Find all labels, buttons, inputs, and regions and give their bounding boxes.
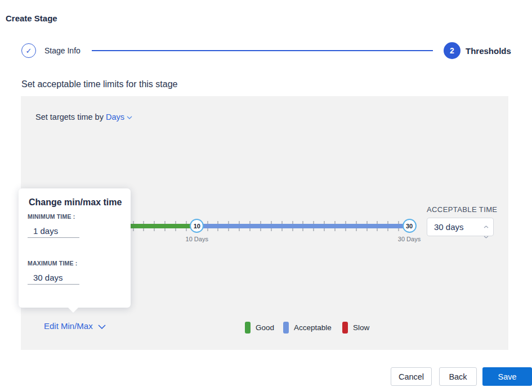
legend-item-slow: Slow [342,322,369,334]
slider-label-low: 10 Days [177,236,217,242]
maximum-time-input[interactable] [28,271,79,285]
slider-label-high: 30 Days [390,236,429,242]
step-thresholds-label: Thresholds [466,46,511,56]
minimum-time-input[interactable] [28,224,79,238]
edit-minmax-label: Edit Min/Max [44,321,93,331]
good-swatch [245,322,251,334]
slider-segment-acceptable [197,224,409,228]
slider-handle-high[interactable]: 30 [403,219,417,233]
create-stage-dialog: Create Stage ✓ Stage Info 2 Thresholds S… [0,0,532,392]
legend-item-acceptable: Acceptable [283,322,332,334]
step-stage-info-indicator[interactable]: ✓ [21,43,36,58]
cancel-button[interactable]: Cancel [391,367,432,386]
step-stage-info-label: Stage Info [44,46,81,55]
slider-handle-low[interactable]: 10 [190,219,204,233]
stepper-connector-line [92,50,433,51]
legend-slow-label: Slow [353,323,369,332]
acceptable-time-label: ACCEPTABLE TIME [427,205,497,214]
legend-good-label: Good [256,323,274,332]
maximum-time-label: MAXIMUM TIME : [28,260,78,267]
change-minmax-popup: Change min/max time MINIMUM TIME : MAXIM… [19,188,131,308]
chevron-down-icon [98,321,106,331]
acceptable-time-steppers [482,220,489,234]
back-button[interactable]: Back [439,367,477,386]
minimum-time-label: MINIMUM TIME : [28,213,75,220]
legend-acceptable-label: Acceptable [294,323,332,332]
step-thresholds-indicator[interactable]: 2 [444,42,461,59]
stepper-down-icon[interactable] [484,231,489,241]
section-heading: Set acceptable time limits for this stag… [21,79,177,89]
check-icon: ✓ [26,47,32,55]
page-title: Create Stage [6,13,57,23]
legend-item-good: Good [245,322,274,334]
slow-swatch [342,322,348,334]
acceptable-time-input[interactable] [434,218,479,236]
stepper-up-icon[interactable] [484,220,489,231]
step-number: 2 [450,46,454,55]
acceptable-time-field [427,218,494,236]
save-button[interactable]: Save [482,367,532,386]
popup-title: Change min/max time [29,197,122,208]
edit-minmax-link[interactable]: Edit Min/Max [44,321,106,331]
acceptable-swatch [283,322,289,334]
